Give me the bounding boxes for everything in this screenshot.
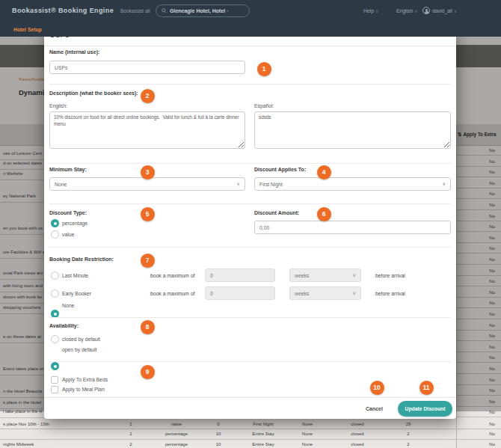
radio-percentage-label: percentage bbox=[62, 221, 87, 226]
main-nav: Hotel Setup bbox=[0, 22, 501, 37]
radio-early-booker[interactable] bbox=[51, 289, 59, 298]
early-booker-max-input[interactable] bbox=[205, 286, 275, 300]
row-divider bbox=[0, 417, 44, 418]
help-menu[interactable]: Help ∨ bbox=[363, 8, 378, 13]
apply-extra-beds-label: Apply To Extra Beds bbox=[62, 377, 108, 382]
spanish-label: Español: bbox=[254, 103, 274, 108]
chevron-down-icon: ∨ bbox=[454, 9, 457, 13]
divider bbox=[49, 317, 451, 318]
row-divider bbox=[456, 417, 501, 417]
table-row-text: nights Midweek bbox=[3, 440, 100, 448]
radio-percentage[interactable] bbox=[51, 219, 59, 227]
radio-open-default-label: open by default bbox=[62, 347, 96, 352]
english-label: English: bbox=[49, 103, 67, 108]
divider bbox=[49, 361, 451, 362]
step-badge: 5 bbox=[141, 207, 155, 221]
app-logo: Bookassist® Booking Engine bbox=[12, 7, 114, 14]
minimum-stay-label: Minimum Stay: bbox=[49, 167, 87, 172]
divider bbox=[44, 46, 456, 46]
step-badge: 7 bbox=[141, 254, 155, 268]
discount-amount-label: Discount Amount: bbox=[254, 210, 299, 215]
step-badge: 9 bbox=[141, 365, 155, 379]
divider bbox=[49, 203, 451, 204]
step-badge: 1 bbox=[257, 62, 271, 76]
apply-extra-cell: No bbox=[458, 429, 495, 439]
chevron-down-icon: ∨ bbox=[236, 181, 240, 187]
discount-amount-input[interactable] bbox=[254, 221, 451, 234]
description-label: Description (what the booker sees): bbox=[49, 90, 138, 96]
radio-last-minute-label: Last Minute bbox=[62, 273, 88, 278]
divider bbox=[49, 84, 451, 85]
nav-item-hotel-setup[interactable]: Hotel Setup bbox=[13, 27, 42, 32]
step-badge: 11 bbox=[419, 381, 434, 395]
divider bbox=[49, 247, 451, 248]
divider bbox=[49, 163, 451, 164]
chevron-down-icon: ∨ bbox=[414, 9, 417, 13]
hotel-search-input[interactable]: Gleneagle Hotel, Hotel · bbox=[156, 4, 250, 17]
chevron-down-icon: ∨ bbox=[352, 290, 356, 296]
last-minute-max-input[interactable] bbox=[205, 269, 275, 282]
spanish-description-textarea[interactable] bbox=[254, 111, 451, 149]
step-badge: 10 bbox=[370, 381, 384, 395]
step-badge: 2 bbox=[141, 89, 155, 103]
step-badge: 8 bbox=[141, 320, 155, 334]
applies-to-select[interactable]: First Night∨ bbox=[254, 177, 451, 191]
discount-type-label: Discount Type: bbox=[49, 210, 87, 215]
radio-value-label: value bbox=[62, 232, 74, 237]
apply-meal-plan-label: Apply to Meal Plan bbox=[62, 387, 105, 392]
apply-meal-plan-checkbox[interactable] bbox=[51, 386, 58, 393]
step-badge: 4 bbox=[317, 165, 331, 179]
radio-value[interactable] bbox=[51, 230, 59, 239]
english-description-textarea[interactable] bbox=[49, 111, 245, 149]
radio-restriction-none-label: None bbox=[62, 303, 74, 308]
org-label: Bookassist all bbox=[120, 8, 150, 13]
language-menu[interactable]: English ∨ bbox=[396, 8, 418, 13]
apply-extra-beds-checkbox[interactable] bbox=[51, 376, 58, 384]
book-max-text-1: book a maximum of bbox=[150, 273, 194, 278]
minimum-stay-select[interactable]: None∨ bbox=[49, 177, 245, 191]
radio-last-minute[interactable] bbox=[51, 271, 59, 280]
table-cell: 2 bbox=[378, 429, 438, 439]
search-icon bbox=[162, 8, 167, 13]
name-label: Name (internal use): bbox=[49, 49, 99, 55]
step-badge: 3 bbox=[141, 165, 155, 179]
update-discount-button[interactable]: Update Discount bbox=[398, 401, 452, 417]
availability-label: Availability: bbox=[49, 323, 79, 328]
divider bbox=[44, 397, 456, 398]
before-arrival-text-1: before arrival bbox=[375, 273, 405, 278]
table-cell: 2 bbox=[378, 440, 438, 448]
radio-closed-default-label: closed by default bbox=[62, 337, 100, 342]
radio-early-booker-label: Early Booker bbox=[62, 291, 91, 296]
apply-extra-cell: No bbox=[458, 440, 495, 448]
step-badge: 6 bbox=[317, 207, 331, 221]
search-value: Gleneagle Hotel, Hotel · bbox=[170, 8, 229, 13]
name-input[interactable] bbox=[49, 61, 245, 74]
chevron-down-icon: ∨ bbox=[352, 272, 356, 278]
table-row-text bbox=[3, 429, 100, 439]
user-menu[interactable]: david_all ∨ bbox=[422, 7, 457, 14]
user-avatar-icon bbox=[422, 7, 430, 14]
chevron-down-icon: ∨ bbox=[442, 181, 446, 187]
app-header: Bookassist® Booking Engine Bookassist al… bbox=[0, 0, 501, 22]
radio-closed-default[interactable] bbox=[51, 335, 59, 343]
chevron-down-icon: ∨ bbox=[375, 9, 378, 13]
cancel-button[interactable]: Cancel bbox=[366, 406, 383, 411]
usps-modal: USPs × Name (internal use): Description … bbox=[44, 28, 456, 419]
applies-to-label: Discount Applies To: bbox=[254, 167, 306, 172]
radio-open-default[interactable] bbox=[51, 362, 59, 370]
early-booker-unit-select[interactable]: weeks∨ bbox=[289, 286, 361, 300]
last-minute-unit-select[interactable]: weeks∨ bbox=[289, 269, 361, 282]
before-arrival-text-2: before arrival bbox=[375, 291, 405, 296]
booking-restriction-label: Booking Date Restriction: bbox=[49, 257, 114, 262]
book-max-text-2: book a maximum of bbox=[150, 291, 194, 296]
screen: Bookassist® Booking Engine Bookassist al… bbox=[0, 0, 501, 448]
